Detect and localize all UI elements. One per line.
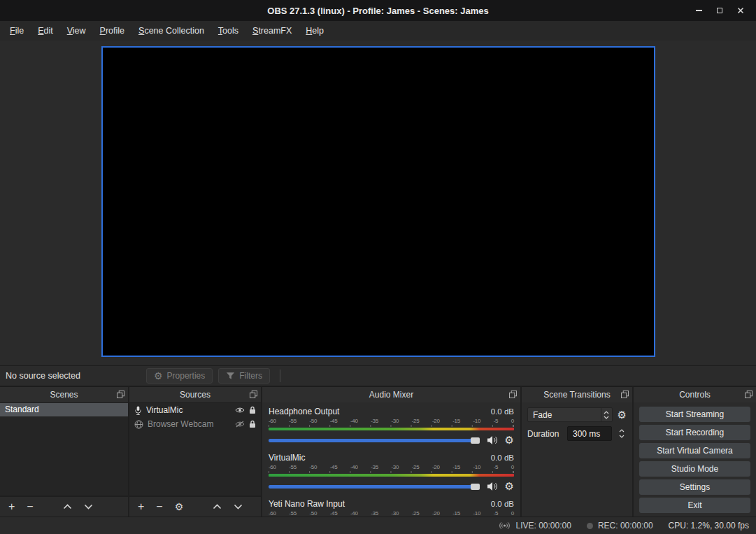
- properties-label: Properties: [167, 371, 206, 381]
- remove-scene-button[interactable]: −: [27, 501, 33, 512]
- move-source-up-button[interactable]: [213, 504, 222, 510]
- volume-slider-handle[interactable]: [471, 484, 480, 490]
- sources-dock-header: Sources: [129, 387, 261, 402]
- remove-source-button[interactable]: −: [156, 501, 162, 512]
- scene-transitions-dock-header: Scene Transitions: [522, 387, 632, 402]
- meter-tick-label: -5: [494, 510, 499, 517]
- menu-file[interactable]: File: [3, 22, 31, 39]
- duration-stepper[interactable]: [617, 429, 627, 438]
- gear-icon: ⚙: [154, 371, 163, 381]
- meter-tick-label: -25: [412, 510, 420, 517]
- add-scene-button[interactable]: +: [8, 501, 15, 512]
- meter-tick-label: -40: [350, 510, 358, 517]
- preview-canvas[interactable]: [101, 46, 655, 357]
- source-properties-button[interactable]: ⚙: [175, 502, 184, 512]
- visibility-toggle[interactable]: [235, 407, 245, 414]
- eye-icon: [235, 407, 245, 414]
- meter-tick-label: -60: [269, 510, 276, 517]
- start-streaming-button[interactable]: Start Streaming: [639, 407, 750, 422]
- dock-popout-icon[interactable]: [745, 391, 753, 398]
- scene-item-standard[interactable]: Standard: [0, 403, 128, 416]
- menu-profile[interactable]: Profile: [93, 22, 131, 39]
- dock-popout-icon[interactable]: [509, 391, 517, 398]
- volume-slider[interactable]: [269, 481, 480, 492]
- performance-stats: CPU: 1.2%, 30.00 fps: [669, 521, 749, 531]
- volume-meter: [269, 428, 514, 430]
- meter-tick-label: -15: [452, 418, 460, 424]
- mute-toggle[interactable]: [487, 482, 498, 491]
- mixer-channel-headphone-output: Headphone Output 0.0 dB -60-55-50-45-40-…: [269, 406, 514, 447]
- move-scene-down-button[interactable]: [84, 504, 93, 510]
- meter-tick-label: -35: [371, 464, 378, 470]
- controls-dock-title: Controls: [679, 390, 711, 400]
- close-button[interactable]: [736, 6, 745, 15]
- sources-dock-title: Sources: [180, 390, 211, 400]
- transition-properties-button[interactable]: ⚙: [618, 409, 627, 421]
- source-name: VirtualMic: [146, 405, 231, 415]
- meter-tick-label: -20: [432, 510, 440, 517]
- speaker-icon: [487, 482, 498, 491]
- chevron-up-icon: [213, 504, 222, 510]
- transition-select-spinner[interactable]: [601, 408, 612, 421]
- lock-toggle[interactable]: [249, 420, 256, 428]
- duration-value: 300 ms: [573, 429, 600, 439]
- source-item-browser-webcam[interactable]: Browser Webcam: [129, 417, 261, 431]
- audio-mixer-dock-title: Audio Mixer: [369, 390, 413, 400]
- menubar: File Edit View Profile Scene Collection …: [0, 21, 756, 41]
- volume-slider-handle[interactable]: [471, 437, 480, 444]
- mixer-channel-level: 0.0 dB: [491, 407, 514, 416]
- dock-popout-icon[interactable]: [250, 391, 257, 398]
- meter-tick-label: -50: [310, 418, 318, 424]
- meter-tick-label: 0: [511, 510, 514, 517]
- duration-input[interactable]: 300 ms: [567, 426, 612, 441]
- meter-tick-label: -20: [432, 418, 440, 424]
- settings-button[interactable]: Settings: [639, 479, 750, 495]
- meter-tick-label: -55: [289, 464, 297, 470]
- menu-edit[interactable]: Edit: [31, 22, 60, 39]
- minimize-button[interactable]: [694, 6, 703, 15]
- duration-label: Duration: [527, 429, 562, 439]
- gear-icon[interactable]: ⚙: [505, 480, 514, 493]
- exit-button[interactable]: Exit: [639, 498, 750, 513]
- menu-scene-collection[interactable]: Scene Collection: [131, 22, 211, 39]
- properties-button[interactable]: ⚙ Properties: [146, 368, 213, 384]
- add-source-button[interactable]: +: [138, 501, 144, 512]
- window-controls: [694, 6, 756, 15]
- dock-popout-icon[interactable]: [117, 391, 124, 398]
- meter-tick-label: -30: [392, 464, 399, 470]
- start-virtual-camera-button[interactable]: Start Virtual Camera: [639, 443, 750, 458]
- gear-icon[interactable]: ⚙: [505, 434, 514, 447]
- dock-popout-icon[interactable]: [621, 391, 629, 398]
- visibility-toggle[interactable]: [235, 421, 245, 428]
- source-item-virtualmic[interactable]: VirtualMic: [129, 403, 261, 417]
- menu-help[interactable]: Help: [299, 22, 331, 39]
- lock-toggle[interactable]: [249, 406, 256, 414]
- transition-selected-value: Fade: [533, 410, 552, 420]
- menu-view[interactable]: View: [60, 22, 93, 39]
- start-recording-button[interactable]: Start Recording: [639, 425, 750, 440]
- filters-button[interactable]: Filters: [218, 368, 270, 384]
- meter-tick-label: -5: [494, 418, 499, 424]
- meter-tick-label: -30: [392, 510, 399, 517]
- sources-list: VirtualMic Browser Webcam: [129, 402, 261, 496]
- speaker-icon: [487, 435, 498, 445]
- meter-tick-label: -40: [350, 418, 358, 424]
- transition-select[interactable]: Fade: [527, 407, 613, 422]
- studio-mode-button[interactable]: Studio Mode: [639, 461, 750, 477]
- meter-tick-label: -5: [494, 464, 499, 470]
- meter-tick-marks: [269, 471, 514, 473]
- volume-slider[interactable]: [269, 435, 480, 446]
- meter-tick-label: -35: [371, 510, 378, 517]
- maximize-button[interactable]: [715, 6, 724, 15]
- filter-icon: [226, 372, 235, 380]
- slider-fill: [269, 485, 475, 489]
- move-source-down-button[interactable]: [234, 504, 243, 510]
- meter-tick-marks: [269, 425, 514, 427]
- meter-tick-labels: -60-55-50-45-40-35-30-25-20-15-10-50: [269, 464, 514, 470]
- scene-transitions-dock: Scene Transitions Fade ⚙ Duration 3: [522, 387, 634, 517]
- meter-tick-label: -60: [269, 464, 276, 470]
- menu-tools[interactable]: Tools: [211, 22, 245, 39]
- mute-toggle[interactable]: [487, 435, 498, 445]
- menu-streamfx[interactable]: StreamFX: [245, 22, 299, 39]
- move-scene-up-button[interactable]: [63, 504, 72, 510]
